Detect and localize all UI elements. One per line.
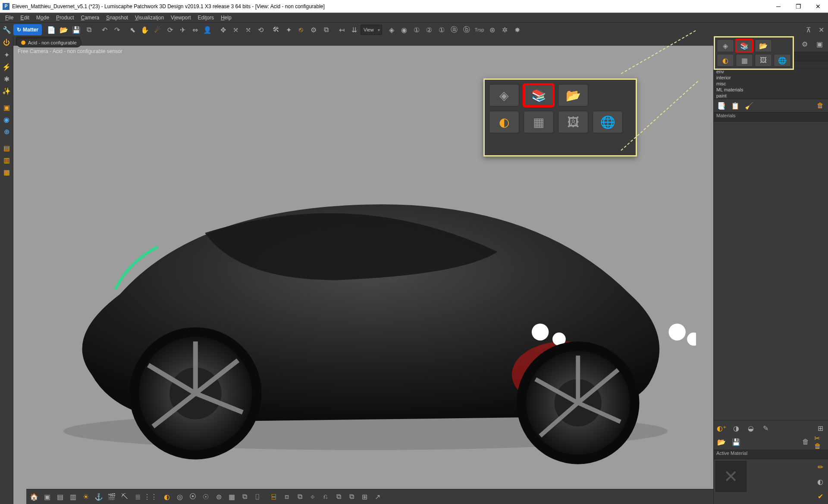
rp-grid-icon[interactable]: ▣ <box>813 38 825 50</box>
btool-15[interactable]: ▦ <box>226 491 238 503</box>
callout-library-icon[interactable]: 📚 <box>524 84 554 106</box>
rp-environment-icon[interactable]: 🌐 <box>774 54 791 67</box>
tool-pan[interactable]: ✋ <box>139 24 151 36</box>
tool-arrow-left[interactable]: ↤ <box>336 24 348 36</box>
tool-save[interactable]: 💾 <box>70 24 82 36</box>
ltool-5[interactable]: ▣ <box>1 102 12 113</box>
ltool-7[interactable]: ⊕ <box>1 126 12 137</box>
group-row[interactable]: interior <box>714 75 828 81</box>
ltool-2[interactable]: ⚡ <box>1 61 12 72</box>
maximize-button[interactable]: ❐ <box>788 0 808 13</box>
btool-19[interactable]: ⧈ <box>281 491 293 503</box>
menu-file[interactable]: File <box>2 14 17 22</box>
tool-r5[interactable]: ⓐ <box>448 24 460 36</box>
btool-6[interactable]: 🎬 <box>106 491 118 503</box>
active-material-swatch[interactable]: ✕ <box>715 461 746 492</box>
ltool-0[interactable]: ⏻ <box>1 37 12 48</box>
callout-material-icon[interactable]: ◐ <box>489 111 519 133</box>
tool-fly[interactable]: ✈ <box>176 24 188 36</box>
ltool-9[interactable]: ▥ <box>1 154 12 166</box>
tool-move[interactable]: ✥ <box>217 24 229 36</box>
rp-library-icon[interactable]: 📚 <box>736 39 753 52</box>
menu-camera[interactable]: Camera <box>77 14 103 22</box>
btool-21[interactable]: ⟐ <box>307 491 319 503</box>
minimize-button[interactable]: ─ <box>768 0 788 13</box>
menu-snapshot[interactable]: Snapshot <box>103 14 132 22</box>
rp-mat-delete[interactable]: 🗑 <box>814 100 826 112</box>
btool-13[interactable]: ☉ <box>200 491 212 503</box>
callout-folder-library-icon[interactable]: 📂 <box>558 84 588 106</box>
menu-editors[interactable]: Editors <box>194 14 217 22</box>
rp-b1[interactable]: ◑ <box>730 422 742 434</box>
btool-20[interactable]: ⧉ <box>294 491 306 503</box>
btool-5[interactable]: ⚓ <box>93 491 105 503</box>
group-row[interactable]: paint <box>714 93 828 99</box>
btool-16[interactable]: ⧉ <box>238 491 251 503</box>
rp-mat-dup[interactable]: 📋 <box>729 100 741 112</box>
btool-2[interactable]: ▤ <box>54 491 66 503</box>
tool-wrench[interactable]: 🔧 <box>1 24 13 36</box>
materials-area[interactable] <box>714 122 828 420</box>
rp-b3[interactable]: ✎ <box>759 422 772 434</box>
rp-material-icon[interactable]: ◐ <box>717 54 734 67</box>
btool-0[interactable]: 🏠 <box>28 491 40 503</box>
btool-9[interactable]: ⋮⋮ <box>144 491 157 503</box>
btool-11[interactable]: ◎ <box>174 491 186 503</box>
ltool-10[interactable]: ▦ <box>1 166 12 178</box>
tool-rot[interactable]: ⟲ <box>254 24 267 36</box>
group-row[interactable]: misc <box>714 81 828 87</box>
ltool-1[interactable]: ✦ <box>1 49 12 60</box>
callout-image-icon[interactable]: 🖼 <box>558 111 588 133</box>
ltool-8[interactable]: ▤ <box>1 142 12 153</box>
matter-button[interactable]: ↻Matter <box>13 24 42 35</box>
rp-open-mat[interactable]: 📂 <box>715 436 728 448</box>
tool-redo[interactable]: ↷ <box>111 24 123 36</box>
tool-close-tab[interactable]: ✕ <box>815 24 827 36</box>
tool-translate[interactable]: ⤧ <box>229 24 242 36</box>
tool-trsp[interactable]: Trsp <box>473 24 486 36</box>
viewport[interactable]: Free Camera - Acid - non configurable se… <box>13 46 713 504</box>
btool-24[interactable]: ⧉ <box>345 491 358 503</box>
btool-18[interactable]: ⌸ <box>268 491 280 503</box>
tool-r0[interactable]: ◈ <box>386 24 398 36</box>
btool-26[interactable]: ↗ <box>371 491 383 503</box>
tool-mat4[interactable]: ⚙ <box>307 24 320 36</box>
btool-22[interactable]: ⎌ <box>320 491 332 503</box>
menu-visualization[interactable]: Visualization <box>132 14 167 22</box>
callout-texture-icon[interactable]: ▦ <box>524 111 554 133</box>
tool-r6[interactable]: ⓑ <box>461 24 473 36</box>
btool-10[interactable]: ◐ <box>161 491 173 503</box>
tool-r2[interactable]: ① <box>411 24 423 36</box>
callout-environment-icon[interactable]: 🌐 <box>593 111 623 133</box>
btool-1[interactable]: ▣ <box>41 491 53 503</box>
tool-r1[interactable]: ◉ <box>398 24 410 36</box>
btool-17[interactable]: ⌷ <box>251 491 263 503</box>
tool-walk[interactable]: 👤 <box>201 24 213 36</box>
tool-r9[interactable]: ✲ <box>499 24 511 36</box>
rp-save-mat[interactable]: 💾 <box>730 436 742 448</box>
ltool-3[interactable]: ✱ <box>1 73 12 85</box>
rp-image-icon[interactable]: 🖼 <box>755 54 772 67</box>
tool-undo[interactable]: ↶ <box>98 24 110 36</box>
tool-arrow-down[interactable]: ⇊ <box>348 24 360 36</box>
tool-r3[interactable]: ② <box>423 24 435 36</box>
tool-mat5[interactable]: ⧉ <box>320 24 332 36</box>
view-dropdown[interactable]: View <box>361 25 382 35</box>
group-row[interactable]: ML materials <box>714 87 828 93</box>
tool-mat1[interactable]: 🛠 <box>270 24 282 36</box>
tool-mat3[interactable]: ⎋ <box>295 24 307 36</box>
tool-r10[interactable]: ✸ <box>511 24 523 36</box>
rp-mat-add[interactable]: 📑 <box>715 100 728 112</box>
active-product-pill[interactable]: Acid - non configurable <box>16 38 82 47</box>
close-button[interactable]: ✕ <box>808 0 828 13</box>
tool-saveall[interactable]: ⧉ <box>83 24 95 36</box>
btool-3[interactable]: ▥ <box>67 491 79 503</box>
menu-mode[interactable]: Mode <box>33 14 53 22</box>
btool-12[interactable]: ⦿ <box>187 491 199 503</box>
tool-dolly[interactable]: ⇔ <box>189 24 201 36</box>
rp-del-mat[interactable]: 🗑 <box>800 436 812 448</box>
rp-cut-mat[interactable]: ✂🗑 <box>814 436 826 448</box>
menu-product[interactable]: Product <box>53 14 77 22</box>
tool-rotate[interactable]: ⟳ <box>164 24 176 36</box>
tool-r4[interactable]: ① <box>436 24 448 36</box>
